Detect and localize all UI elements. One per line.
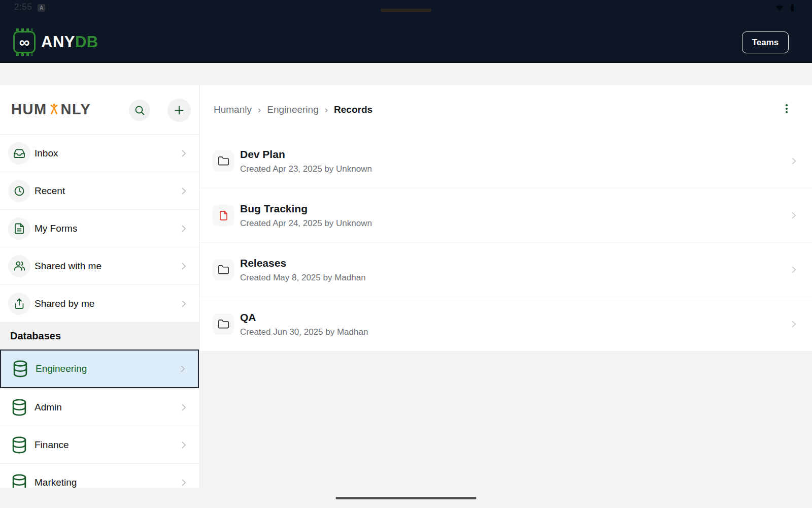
records-list: Dev Plan Created Apr 23, 2025 by Unknown… — [200, 134, 812, 352]
breadcrumb-separator: › — [325, 104, 328, 115]
database-item-label: Engineering — [36, 363, 87, 374]
record-text: QA Created Jun 30, 2025 by Madhan — [240, 311, 368, 337]
add-button[interactable] — [167, 99, 191, 122]
status-time: 2:55 — [14, 2, 32, 12]
infinity-glyph: ∞ — [19, 35, 30, 50]
sidebar-item-label: Inbox — [35, 148, 58, 159]
battery-icon — [788, 3, 797, 12]
record-row-releases[interactable]: Releases Created May 8, 2025 by Madhan — [200, 243, 812, 297]
teams-button[interactable]: Teams — [742, 31, 789, 53]
main-content: Humanly›Engineering›Records Dev Plan Cre… — [200, 85, 812, 488]
database-icon — [8, 434, 30, 456]
home-indicator[interactable] — [336, 497, 477, 499]
subheader-band — [0, 63, 812, 85]
folder-icon — [213, 259, 234, 280]
databases-list: Engineering Admin Finance Marketing — [0, 350, 199, 488]
chevron-right-icon — [789, 210, 799, 220]
folder-icon — [213, 313, 234, 335]
chevron-right-icon — [179, 440, 189, 450]
sidebar-item-my-forms[interactable]: My Forms — [0, 209, 199, 247]
sidebar-item-label: My Forms — [35, 223, 77, 234]
anydb-wordmark: ANYDB — [41, 33, 98, 51]
chevron-right-icon — [179, 186, 189, 196]
chevron-right-icon — [789, 265, 799, 275]
plus-icon — [173, 104, 186, 117]
workspace-logo: HUM NLY — [11, 101, 91, 118]
sidebar: HUM NLY Inbox — [0, 85, 199, 488]
databases-section-label: Databases — [10, 330, 61, 342]
record-meta: Created Apr 23, 2025 by Unknown — [240, 164, 372, 174]
sidebar-nav: Inbox Recent My Forms Shared with me Sha… — [0, 134, 199, 322]
sidebar-item-engineering[interactable]: Engineering — [0, 350, 199, 388]
record-title: Dev Plan — [240, 148, 372, 161]
search-icon — [133, 104, 146, 116]
clock-icon — [8, 180, 30, 202]
record-row-qa[interactable]: QA Created Jun 30, 2025 by Madhan — [200, 297, 812, 352]
chevron-right-icon — [179, 261, 189, 271]
wifi-icon — [775, 3, 784, 12]
camera-cutout — [381, 9, 431, 12]
chevron-right-icon — [179, 402, 189, 412]
workspace-logo-pre: HUM — [11, 101, 47, 118]
record-title: Bug Tracking — [240, 203, 372, 215]
gesture-nav-bar — [0, 488, 812, 508]
database-item-label: Admin — [35, 402, 62, 413]
breadcrumb-records[interactable]: Records — [334, 104, 373, 115]
sidebar-item-inbox[interactable]: Inbox — [0, 134, 199, 172]
search-button[interactable] — [129, 100, 150, 121]
more-options-button[interactable] — [774, 97, 799, 121]
chevron-right-icon — [789, 319, 799, 329]
anydb-logo: ∞ ANYDB — [13, 31, 98, 53]
breadcrumb-items: Humanly›Engineering›Records — [214, 104, 373, 115]
chevron-right-icon — [179, 299, 189, 309]
breadcrumb-humanly[interactable]: Humanly — [214, 104, 252, 115]
database-icon — [8, 396, 30, 419]
sidebar-item-shared-with-me[interactable]: Shared with me — [0, 247, 199, 284]
brand-db: DB — [75, 33, 98, 51]
status-app-icon: A — [38, 4, 45, 12]
record-title: Releases — [240, 257, 366, 269]
brand-any: ANY — [41, 33, 75, 51]
sidebar-item-admin[interactable]: Admin — [0, 388, 199, 426]
sidebar-item-recent[interactable]: Recent — [0, 172, 199, 209]
record-text: Releases Created May 8, 2025 by Madhan — [240, 257, 366, 283]
breadcrumb-separator: › — [258, 104, 261, 115]
sidebar-item-shared-by-me[interactable]: Shared by me — [0, 284, 199, 322]
app-header: 2:55 A ∞ ANYDB Teams — [0, 0, 812, 63]
chevron-right-icon — [179, 224, 189, 234]
status-icons — [775, 3, 797, 12]
kebab-menu-icon — [781, 103, 792, 114]
form-icon — [8, 217, 30, 240]
workspace-header: HUM NLY — [0, 85, 199, 134]
database-icon — [9, 358, 31, 380]
databases-section-header: Databases — [0, 322, 199, 350]
record-row-dev-plan[interactable]: Dev Plan Created Apr 23, 2025 by Unknown — [200, 134, 812, 188]
record-title: QA — [240, 311, 368, 324]
record-meta: Created May 8, 2025 by Madhan — [240, 273, 366, 283]
sidebar-item-label: Recent — [35, 185, 65, 197]
breadcrumb: Humanly›Engineering›Records — [200, 85, 812, 134]
anydb-chip-icon: ∞ — [13, 31, 36, 53]
sidebar-item-label: Shared by me — [35, 298, 94, 309]
sidebar-item-finance[interactable]: Finance — [0, 426, 199, 463]
database-item-label: Finance — [35, 439, 69, 451]
record-meta: Created Apr 24, 2025 by Unknown — [240, 218, 372, 229]
chevron-right-icon — [179, 478, 189, 488]
breadcrumb-engineering[interactable]: Engineering — [267, 104, 318, 115]
share-icon — [8, 293, 30, 315]
database-icon — [8, 471, 30, 488]
chevron-right-icon — [789, 156, 799, 166]
record-text: Bug Tracking Created Apr 24, 2025 by Unk… — [240, 203, 372, 229]
record-meta: Created Jun 30, 2025 by Madhan — [240, 327, 368, 337]
database-item-label: Marketing — [35, 477, 77, 488]
people-icon — [8, 255, 30, 277]
record-text: Dev Plan Created Apr 23, 2025 by Unknown — [240, 148, 372, 174]
sidebar-item-marketing[interactable]: Marketing — [0, 463, 199, 488]
workspace-logo-post: NLY — [61, 101, 91, 118]
record-row-bug-tracking[interactable]: Bug Tracking Created Apr 24, 2025 by Unk… — [200, 188, 812, 243]
person-glyph-icon — [48, 103, 60, 116]
file-icon — [213, 205, 234, 226]
folder-icon — [213, 150, 234, 172]
chevron-right-icon — [178, 364, 188, 374]
chevron-right-icon — [179, 148, 189, 158]
